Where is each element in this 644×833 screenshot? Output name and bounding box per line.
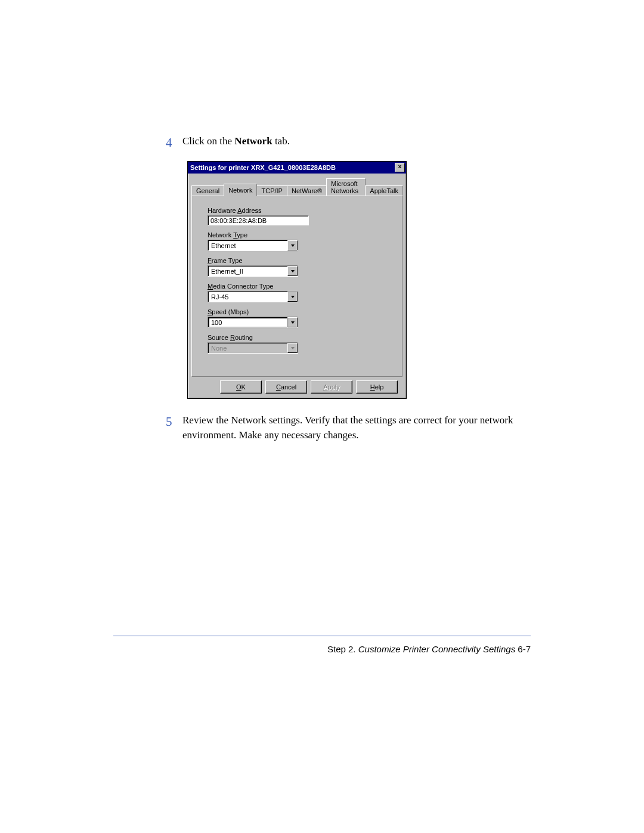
hardware-address-group: Hardware Address 08:00:3E:28:A8:DB (208, 207, 392, 225)
speed-dropdown-button[interactable] (287, 317, 298, 327)
step4-suffix: tab. (273, 135, 290, 147)
apply-s: pply (328, 383, 340, 391)
network-type-combo[interactable]: Ethernet (208, 240, 298, 251)
sr-lbl-u: R (230, 334, 235, 341)
media-connector-dropdown-button[interactable] (287, 292, 298, 302)
tab-strip: General Network TCP/IP NetWare® Microsof… (191, 177, 402, 196)
hardware-address-label: Hardware Address (208, 207, 392, 214)
footer-text: Step 2. Customize Printer Connectivity S… (327, 644, 531, 654)
hw-lbl-a: Hardware (208, 207, 237, 214)
speed-value: 100 (208, 317, 287, 327)
step-4-text: Click on the Network tab. (182, 134, 290, 149)
network-type-dropdown-button[interactable] (287, 240, 298, 250)
cancel-u: C (276, 383, 281, 391)
frame-type-group: Frame Type Ethernet_II (208, 257, 392, 277)
speed-combo[interactable]: 100 (208, 317, 298, 328)
step-4-number: 4 (166, 134, 182, 151)
settings-dialog: Settings for printer XRX_G421_08003E28A8… (187, 161, 407, 399)
ft-lbl-u: F (208, 257, 212, 264)
apply-u: A (323, 383, 327, 391)
step-5-text: Review the Network settings. Verify that… (182, 413, 531, 442)
hw-lbl-b: ddress (242, 207, 261, 214)
speed-label: Speed (Mbps) (208, 308, 392, 315)
media-connector-combo[interactable]: RJ-45 (208, 291, 298, 302)
step4-prefix: Click on the (182, 135, 234, 147)
cancel-button[interactable]: Cancel (265, 380, 307, 394)
tab-microsoft-networks[interactable]: Microsoft Networks (326, 178, 366, 196)
ft-lbl-b: rame Type (212, 257, 243, 264)
speed-group: Speed (Mbps) 100 (208, 308, 392, 328)
nt-lbl-a: Network (208, 231, 233, 239)
sr-lbl-a: Source (208, 334, 230, 341)
ok-u: O (236, 383, 242, 391)
frame-type-value: Ethernet_II (208, 266, 287, 276)
chevron-down-icon (291, 270, 295, 272)
apply-button: Apply (311, 380, 352, 394)
media-connector-label: Media Connector Type (208, 283, 392, 290)
close-button[interactable]: × (395, 163, 405, 172)
step4-bold: Network (234, 135, 272, 147)
sr-lbl-b: outing (235, 334, 253, 341)
sp-lbl-b: peed (Mbps) (212, 308, 249, 315)
dialog-title: Settings for printer XRX_G421_08003E28A8… (190, 164, 336, 171)
nt-lbl-b: ype (237, 231, 247, 239)
frame-type-combo[interactable]: Ethernet_II (208, 265, 298, 277)
dialog-button-row: OK Cancel Apply Help (191, 377, 402, 394)
step-5-number: 5 (166, 413, 182, 431)
network-type-value: Ethernet (208, 240, 287, 250)
media-connector-value: RJ-45 (208, 292, 287, 302)
tab-netware[interactable]: NetWare® (287, 185, 327, 196)
help-u: H (370, 383, 375, 391)
network-type-label: Network Type (208, 231, 392, 239)
media-connector-group: Media Connector Type RJ-45 (208, 283, 392, 302)
help-button[interactable]: Help (356, 380, 398, 394)
source-routing-combo: None (208, 342, 298, 354)
cancel-s: ancel (281, 383, 296, 391)
footer-pagenum: 6-7 (515, 644, 531, 654)
ok-button[interactable]: OK (220, 380, 262, 394)
hardware-address-input[interactable]: 08:00:3E:28:A8:DB (208, 215, 309, 225)
source-routing-group: Source Routing None (208, 334, 392, 354)
source-routing-value: None (208, 343, 287, 353)
footer-rule (113, 636, 531, 636)
close-icon: × (398, 163, 402, 170)
titlebar: Settings for printer XRX_G421_08003E28A8… (188, 162, 406, 174)
frame-type-label: Frame Type (208, 257, 392, 264)
footer-italic: Customize Printer Connectivity Settings (358, 644, 515, 654)
help-s: elp (375, 383, 384, 391)
frame-type-dropdown-button[interactable] (287, 266, 298, 276)
mc-lbl-b: edia Connector Type (213, 283, 273, 290)
chevron-down-icon (291, 296, 295, 298)
network-panel: Hardware Address 08:00:3E:28:A8:DB Netwo… (191, 196, 402, 377)
chevron-down-icon (291, 347, 295, 349)
mc-lbl-u: M (208, 283, 213, 290)
chevron-down-icon (291, 321, 295, 324)
source-routing-label: Source Routing (208, 334, 392, 341)
source-routing-dropdown-button (287, 343, 298, 353)
page-body: 4 Click on the Network tab. Settings for… (0, 0, 644, 443)
tab-appletalk[interactable]: AppleTalk (365, 185, 403, 196)
tab-network[interactable]: Network (224, 184, 257, 196)
dialog-body: General Network TCP/IP NetWare® Microsof… (188, 174, 406, 398)
tab-tcpip[interactable]: TCP/IP (256, 185, 287, 196)
step-4: 4 Click on the Network tab. (166, 134, 531, 151)
ok-s: K (242, 383, 246, 391)
chevron-down-icon (291, 244, 295, 247)
network-type-group: Network Type Ethernet (208, 231, 392, 251)
tab-general[interactable]: General (191, 185, 224, 196)
step-5: 5 Review the Network settings. Verify th… (166, 413, 531, 442)
footer-prefix: Step 2. (327, 644, 358, 654)
